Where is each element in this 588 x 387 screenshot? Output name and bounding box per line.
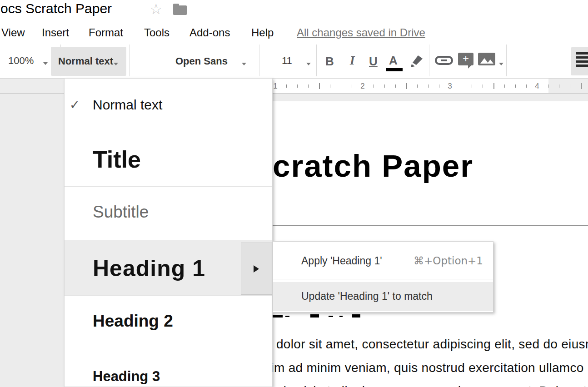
underline-button[interactable]: U	[369, 55, 378, 69]
body-text-line[interactable]: laboris nisi ut aliquip ex ea commodo co…	[254, 384, 588, 387]
menu-view[interactable]: View	[1, 26, 25, 39]
heading1-submenu-arrow-button[interactable]	[241, 243, 272, 295]
font-size-caret-icon	[306, 63, 311, 65]
check-icon: ✓	[70, 98, 80, 112]
styles-menu-item-normal-text[interactable]: ✓ Normal text	[65, 79, 272, 132]
paragraph-styles-label: Normal text	[58, 55, 113, 67]
ruler-inch-label: 4	[533, 82, 541, 91]
align-button[interactable]	[571, 47, 588, 75]
menu-addons[interactable]: Add-ons	[189, 26, 230, 39]
menu-separator	[273, 279, 493, 279]
insert-comment-icon[interactable]: +	[458, 53, 473, 65]
apply-heading1-shortcut: ⌘+Option+1	[414, 255, 483, 267]
ruler-inch-label: 2	[359, 82, 367, 91]
toolbar-separator	[429, 45, 429, 76]
ruler-half-tick	[319, 83, 320, 89]
styles-menu-item-subtitle[interactable]: Subtitle	[65, 187, 272, 240]
folder-icon[interactable]	[173, 5, 187, 15]
update-heading1-label: Update 'Heading 1' to match	[301, 290, 433, 303]
styles-menu-label: Heading 1	[93, 255, 205, 282]
save-status-link[interactable]: All changes saved in Drive	[297, 26, 425, 39]
star-icon[interactable]: ☆	[149, 2, 163, 16]
menu-tools[interactable]: Tools	[144, 26, 169, 39]
text-color-button[interactable]: A	[389, 54, 398, 68]
font-family-select[interactable]: Open Sans	[175, 55, 228, 67]
toolbar-separator	[316, 45, 317, 76]
styles-menu-label: Normal text	[93, 97, 162, 113]
image-caret-icon	[499, 63, 503, 65]
menu-help[interactable]: Help	[251, 26, 274, 39]
document-heading-title[interactable]: Scratch Paper	[251, 148, 473, 184]
submenu-arrow-icon	[254, 265, 259, 273]
apply-heading1-label: Apply 'Heading 1'	[301, 255, 382, 267]
mountain-icon	[487, 60, 493, 64]
heading1-submenu: Apply 'Heading 1' ⌘+Option+1 Update 'Hea…	[273, 241, 493, 313]
ruler-inch-label: 3	[446, 82, 454, 91]
ruler-half-tick	[493, 83, 494, 89]
styles-menu-item-heading3[interactable]: Heading 3	[65, 350, 272, 387]
styles-menu-label: Subtitle	[93, 203, 149, 222]
styles-menu-item-heading2[interactable]: Heading 2	[65, 296, 272, 350]
styles-menu-label: Heading 2	[93, 312, 173, 331]
ruler-half-tick	[581, 83, 582, 89]
font-size-select[interactable]: 11	[282, 55, 292, 67]
bold-button[interactable]: B	[325, 55, 334, 69]
align-lines-icon	[576, 60, 588, 63]
styles-menu-item-title[interactable]: Title	[65, 132, 272, 186]
body-text-line[interactable]: dolor sit amet, consectetur adipiscing e…	[276, 337, 588, 352]
align-lines-icon	[576, 52, 588, 55]
font-caret-icon	[242, 63, 246, 65]
body-text-line[interactable]: Ut enim ad minim veniam, quis nostrud ex…	[240, 361, 588, 375]
styles-caret-icon	[114, 63, 118, 65]
styles-menu-label: Heading 3	[93, 368, 160, 385]
highlight-pen-icon[interactable]	[408, 52, 425, 70]
ruler-half-tick	[406, 83, 407, 89]
toolbar-separator	[506, 45, 507, 76]
menu-format[interactable]: Format	[89, 26, 123, 39]
zoom-caret-icon	[43, 62, 48, 65]
paragraph-styles-menu: ✓ Normal text Title Subtitle Heading 1 H…	[64, 78, 273, 387]
insert-link-icon[interactable]	[434, 55, 453, 66]
align-lines-icon	[576, 64, 588, 67]
horizontal-rule	[254, 225, 588, 226]
update-heading1-item[interactable]: Update 'Heading 1' to match	[273, 282, 493, 311]
italic-button[interactable]: I	[350, 54, 355, 68]
insert-image-icon[interactable]	[478, 53, 495, 65]
align-lines-icon	[576, 56, 588, 59]
toolbar-separator	[129, 45, 130, 76]
styles-menu-label: Title	[93, 146, 141, 173]
text-color-swatch	[386, 68, 403, 71]
zoom-select[interactable]: 100%	[8, 55, 34, 67]
apply-heading1-item[interactable]: Apply 'Heading 1' ⌘+Option+1	[273, 242, 493, 278]
menu-insert[interactable]: Insert	[42, 26, 69, 39]
document-title[interactable]: ocs Scratch Paper	[0, 1, 112, 16]
toolbar-separator	[259, 45, 259, 76]
